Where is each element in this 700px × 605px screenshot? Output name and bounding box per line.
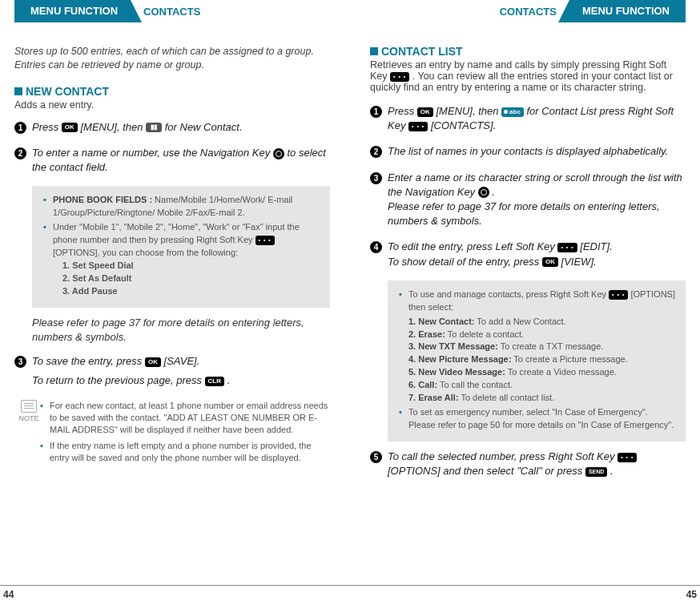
option-label: 2. Erase: [408, 329, 445, 339]
footer-line [0, 585, 350, 586]
bullet-icon: • [40, 440, 50, 465]
step-text: To show detail of the entry, press [388, 256, 542, 268]
step-text: To edit the entry, press Left Soft Key [388, 240, 557, 252]
option-text: To create a Picture message. [511, 354, 627, 364]
step-text: . [607, 465, 613, 477]
menu-function-tab: MENU FUNCTION [14, 0, 131, 22]
step-text: Enter a name or its character string or … [388, 171, 682, 198]
fields-label: PHONE BOOK FIELDS : [53, 195, 152, 204]
nav-key-icon [273, 148, 284, 159]
bullet-icon: • [43, 194, 53, 220]
reference-text: Please refer to page 37 for more details… [32, 316, 330, 345]
note-text: For each new contact, at least 1 phone n… [50, 400, 330, 437]
page-45: CONTACTS MENU FUNCTION CONTACT LIST Retr… [350, 0, 700, 605]
ok-key-icon [542, 257, 558, 267]
contact-list-desc: Retrieves an entry by name and calls by … [370, 59, 686, 93]
step-4: 4 To edit the entry, press Left Soft Key… [370, 240, 686, 268]
step-number-icon: 5 [370, 451, 382, 463]
option-text: To create a Video message. [505, 367, 617, 377]
box-text: To set as emergency number, select "In C… [408, 406, 676, 432]
step-number-icon: 4 [370, 241, 382, 253]
option-item: 1. Set Speed Dial [62, 260, 320, 272]
dots-key-icon [557, 243, 577, 252]
step-1: 1 Press [MENU], then ▮▮ for New Contact. [14, 120, 330, 135]
step-text: Please refer to page 37 for more details… [388, 200, 686, 228]
new-contact-heading: NEW CONTACT [14, 85, 330, 98]
step-text: To call the selected number, press Right… [388, 450, 618, 462]
bullet-icon: • [399, 288, 408, 405]
option-text: To add a New Contact. [475, 317, 566, 326]
step-text: [MENU], then [78, 121, 146, 133]
menu-function-tab: MENU FUNCTION [569, 0, 686, 22]
desc-text: . You can review all the entries stored … [370, 71, 673, 93]
step-text: Press [32, 121, 62, 133]
step-text: for New Contact. [162, 121, 242, 133]
step-number-icon: 3 [370, 172, 382, 184]
note-icon: NOTE [18, 400, 40, 468]
bullet-icon: • [43, 221, 53, 298]
option-text: To call the contact. [437, 380, 513, 389]
dots-key-icon [618, 453, 637, 462]
step-text: To return to the previous page, press [32, 374, 205, 386]
dots-key-icon [255, 236, 275, 245]
ok-key-icon [417, 107, 433, 117]
contact-list-heading: CONTACT LIST [370, 45, 686, 58]
footer-line [350, 585, 700, 586]
abc-key-icon: abc [501, 107, 524, 117]
contact-list-title: CONTACT LIST [381, 45, 463, 58]
contacts-label: CONTACTS [131, 1, 213, 22]
clr-key-icon [205, 377, 224, 386]
option-label: 6. Call: [408, 380, 437, 389]
note-text: If the entry name is left empty and a ph… [50, 440, 330, 465]
note-block: NOTE •For each new contact, at least 1 p… [18, 400, 330, 468]
step-2: 2 The list of names in your contacts is … [370, 144, 686, 159]
step-text: . [489, 186, 495, 198]
dots-key-icon [609, 290, 628, 300]
send-key-icon [585, 467, 607, 477]
dots-key-icon [390, 72, 409, 82]
contacts-label: CONTACTS [487, 1, 569, 22]
square-bullet-icon [14, 87, 22, 95]
option-label: 3. New TXT Message: [408, 341, 498, 351]
options-list: 1. Set Speed Dial 2. Set As Default 3. A… [62, 260, 320, 298]
step-number-icon: 2 [14, 147, 26, 159]
note-label: NOTE [18, 414, 38, 422]
option-text: To create a TXT message. [498, 341, 603, 351]
dots-key-icon [408, 122, 428, 131]
step-text: [CONTACTS]. [428, 119, 496, 131]
step-text: To enter a name or number, use the Navig… [32, 147, 273, 159]
menu-key-icon: ▮▮ [146, 123, 162, 132]
step-text: . [224, 374, 230, 386]
step-number-icon: 3 [14, 356, 26, 368]
option-text: To delete a contact. [445, 329, 524, 339]
step-text: [MENU], then [433, 105, 501, 117]
step-text: Press [388, 105, 417, 117]
new-contact-title: NEW CONTACT [26, 85, 109, 98]
step-5: 5 To call the selected number, press Rig… [370, 450, 686, 478]
step-2: 2 To enter a name or number, use the Nav… [14, 146, 330, 175]
header-left: MENU FUNCTION CONTACTS [14, 0, 330, 22]
step-number-icon: 1 [370, 106, 382, 118]
option-item: 3. Add Pause [62, 285, 320, 298]
box-text: [OPTIONS], you can choose from the follo… [53, 248, 238, 257]
option-label: 7. Erase All: [408, 393, 459, 402]
box-text: To use and manage contacts, press Right … [408, 289, 609, 299]
ok-key-icon [62, 123, 78, 132]
option-label: 5. New Video Message: [408, 367, 505, 377]
step-3: 3 To save the entry, press [SAVE]. To re… [14, 354, 330, 388]
step-text: [EDIT]. [577, 240, 613, 252]
page-44: MENU FUNCTION CONTACTS Stores up to 500 … [0, 0, 350, 605]
step-text: [VIEW]. [558, 256, 597, 268]
step-text: [OPTIONS] and then select "Call" or pres… [388, 465, 585, 477]
step-number-icon: 1 [14, 122, 26, 134]
ok-key-icon [145, 357, 161, 367]
new-contact-desc: Adds a new entry. [14, 99, 330, 111]
bullet-icon: • [399, 406, 408, 432]
step-text: To save the entry, press [32, 355, 145, 367]
option-item: 2. Set As Default [62, 272, 320, 285]
options-box: • To use and manage contacts, press Righ… [388, 280, 686, 442]
nav-key-icon [478, 187, 489, 198]
header-right: CONTACTS MENU FUNCTION [370, 0, 686, 22]
phone-book-fields-box: • PHONE BOOK FIELDS : Name/Mobile 1/Home… [32, 186, 330, 308]
square-bullet-icon [370, 47, 378, 55]
